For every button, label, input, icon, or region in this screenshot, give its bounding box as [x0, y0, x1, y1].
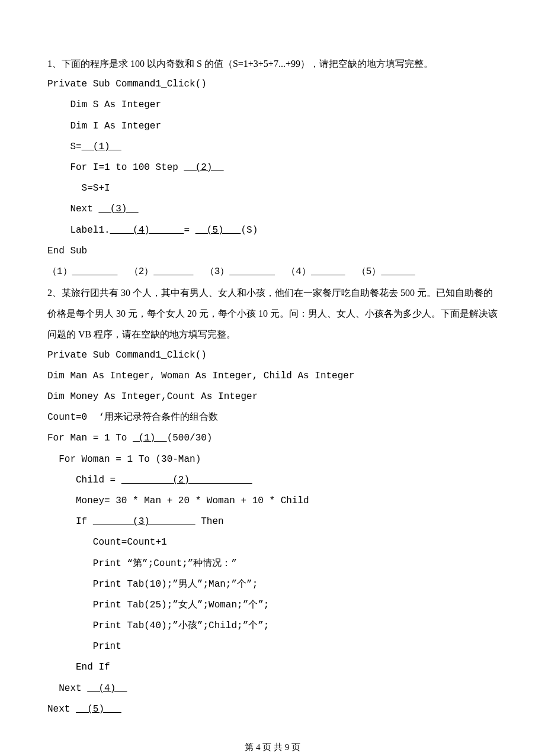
- q1-code-line: Dim S As Integer: [47, 95, 498, 115]
- answer-blank-4: [311, 266, 345, 277]
- text: Next: [47, 683, 87, 694]
- q2-code-line: Child = (2): [47, 470, 498, 491]
- q2-code-line: Count=0 ‘用来记录符合条件的组合数: [47, 407, 498, 428]
- q1-code-line: Label1. (4) = (5) (S): [47, 220, 498, 241]
- blank-4: (4): [110, 225, 184, 236]
- blank-1: (1): [133, 433, 167, 443]
- text: （3）: [193, 266, 229, 277]
- q2-code-line: Print: [47, 636, 498, 657]
- q1-title: 1、下面的程序是求 100 以内奇数和 S 的值（S=1+3+5+7...+99…: [47, 53, 498, 74]
- text: （4）: [275, 266, 311, 277]
- answer-blank-1: [72, 266, 118, 277]
- q2-code-line: Print “第”;Count;”种情况：”: [47, 554, 498, 574]
- blank-3: (3): [98, 204, 138, 214]
- text: S=: [47, 141, 82, 152]
- page-footer: 第 4 页 共 9 页: [47, 738, 498, 756]
- text: =: [184, 225, 195, 236]
- blank-4: (4): [87, 683, 127, 694]
- answer-blank-3: [229, 266, 275, 277]
- text: For I=1 to 100 Step: [47, 162, 184, 173]
- q1-code-line: Dim I As Integer: [47, 116, 498, 137]
- text: （2）: [117, 266, 153, 277]
- q2-code-line: Dim Man As Integer, Woman As Integer, Ch…: [47, 366, 498, 387]
- q2-description: 2、某旅行团共有 30 个人，其中有男人、女人和小孩，他们在一家餐厅吃自助餐花去…: [47, 282, 498, 345]
- q1-code-line: For I=1 to 100 Step (2): [47, 157, 498, 178]
- blank-5: (5): [76, 704, 121, 715]
- text: For Man = 1 To: [47, 433, 133, 443]
- text: Next: [47, 204, 98, 214]
- q2-code-line: Print Tab(10);”男人”;Man;”个”;: [47, 574, 498, 595]
- q2-code-line: End If: [47, 657, 498, 678]
- text: （1）: [47, 266, 72, 277]
- q2-code-line: Count=Count+1: [47, 532, 498, 553]
- q1-code-line: End Sub: [47, 241, 498, 262]
- text: (500/30): [167, 433, 213, 443]
- text: Next: [47, 704, 76, 715]
- text: If: [47, 516, 93, 527]
- text: (S): [241, 225, 258, 236]
- q2-code-line: Dim Money As Integer,Count As Integer: [47, 387, 498, 407]
- answer-blank-5: [381, 266, 415, 277]
- question-1: 1、下面的程序是求 100 以内奇数和 S 的值（S=1+3+5+7...+99…: [47, 53, 498, 282]
- q2-code-line: Next (4): [47, 678, 498, 699]
- q1-code-line: Private Sub Command1_Click(): [47, 74, 498, 95]
- text: Then: [195, 516, 224, 527]
- q2-code-line: If (3) Then: [47, 511, 498, 532]
- blank-5: (5): [195, 225, 241, 236]
- text: Child =: [47, 475, 121, 485]
- q2-code-line: Money= 30 * Man + 20 * Woman + 10 * Chil…: [47, 491, 498, 511]
- blank-1: (1): [82, 141, 121, 152]
- text: Label1.: [47, 225, 110, 236]
- q1-code-line: Next (3): [47, 199, 498, 220]
- q2-code-line: Print Tab(25);”女人”;Woman;”个”;: [47, 595, 498, 616]
- q1-code-line: S=S+I: [47, 178, 498, 199]
- q1-code-line: S= (1): [47, 137, 498, 157]
- q2-code-line: Private Sub Command1_Click(): [47, 345, 498, 366]
- blank-3: (3): [93, 516, 195, 527]
- q2-code-line: For Woman = 1 To (30-Man): [47, 449, 498, 470]
- question-2: 2、某旅行团共有 30 个人，其中有男人、女人和小孩，他们在一家餐厅吃自助餐花去…: [47, 282, 498, 720]
- answer-blank-2: [153, 266, 193, 277]
- q2-code-line: For Man = 1 To (1) (500/30): [47, 428, 498, 449]
- blank-2: (2): [121, 475, 252, 485]
- text: （5）: [345, 266, 382, 277]
- q2-code-line: Next (5): [47, 699, 498, 720]
- q2-code-line: Print Tab(40);”小孩”;Child;”个”;: [47, 616, 498, 636]
- q1-answer-line: （1） （2） （3） （4） （5）: [47, 262, 498, 282]
- blank-2: (2): [184, 162, 223, 173]
